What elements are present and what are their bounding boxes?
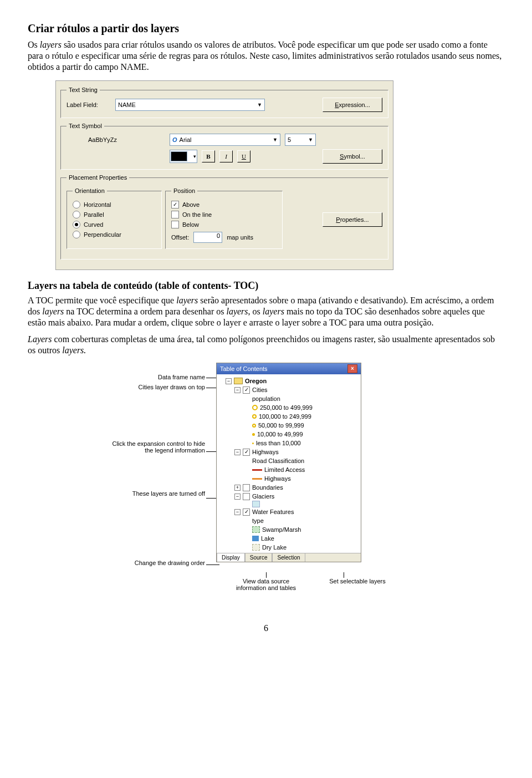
legend-item: 250,000 to 499,999 [219,403,359,412]
toc-tree: −Oregon −Cities population 250,000 to 49… [217,374,361,553]
dataframe-node[interactable]: −Oregon [219,377,359,385]
tab-selection[interactable]: Selection [272,553,305,562]
layer-glaciers[interactable]: −Glaciers [219,492,359,501]
legend-item [219,501,359,507]
position-group: Position Above On the line Below Offset:… [165,187,283,249]
annot-cities: Cities layer draws on top [111,384,205,390]
label-properties-dialog: Text String Label Field: NAME▼ Expressio… [55,80,393,270]
orientation-curved-radio[interactable]: Curved [73,221,156,228]
page-number: 6 [28,623,504,633]
legend-item: Lake [219,534,359,543]
italic-button[interactable]: I [219,150,233,162]
layer-checkbox[interactable] [243,509,250,516]
dataframe-icon [234,378,243,384]
layer-checkbox[interactable] [243,449,250,456]
font-size-combo[interactable]: 5▼ [285,134,316,146]
chevron-down-icon: ▼ [305,137,313,143]
offset-input[interactable]: 0 [193,232,222,243]
annot-viewsrc: View data source information and tables [227,578,305,591]
bold-button[interactable]: B [202,150,215,162]
orientation-parallel-radio[interactable]: Parallel [73,211,156,218]
font-icon: O [172,136,177,143]
chevron-down-icon: ▼ [254,102,262,108]
orientation-horizontal-radio[interactable]: Horizontal [73,201,156,209]
layer-checkbox[interactable] [243,484,250,491]
legend-item: Limited Access [219,465,359,474]
paragraph-1: Os layers são usados para criar rótulos … [28,39,504,73]
expression-button[interactable]: Expression... [323,98,382,112]
heading-criar-rotulos: Criar rótulos a partir dos layers [28,22,504,35]
tab-source[interactable]: Source [245,553,273,562]
color-swatch-icon [171,151,187,161]
paragraph-3: Layers com coberturas completas de uma á… [28,334,504,356]
legend-item: 100,000 to 249,999 [219,412,359,421]
layer-cities[interactable]: −Cities [219,385,359,394]
underline-button[interactable]: U [237,150,250,162]
chevron-down-icon: ▾ [190,154,196,159]
annot-dataframe: Data frame name [111,374,205,380]
font-family-combo[interactable]: O Arial▼ [170,134,280,146]
label-field-combo[interactable]: NAME▼ [115,99,265,111]
text-string-legend: Text String [66,87,100,93]
legend-item: Highways [219,474,359,483]
layer-water[interactable]: −Water Features [219,507,359,516]
legend-item: 50,000 to 99,999 [219,421,359,430]
collapse-icon[interactable]: − [234,387,241,393]
offset-label: Offset: [171,234,189,241]
legend-item: Swamp/Marsh [219,525,359,534]
annot-order: Change the drawing order [111,560,205,566]
symbol-button[interactable]: Symbol... [323,149,382,164]
annot-selectable: Set selectable layers [316,578,399,584]
orientation-group: Orientation Horizontal Parallel Curved P… [66,187,162,249]
annot-expand: Click the expansion control to hide the … [111,440,205,454]
chevron-down-icon: ▼ [269,137,278,143]
orientation-perpendicular-radio[interactable]: Perpendicular [73,231,156,238]
placement-properties-legend: Placement Properties [66,174,129,181]
position-below-check[interactable]: Below [171,221,277,228]
expand-icon[interactable]: + [234,485,241,491]
legend-item: 10,000 to 49,999 [219,430,359,439]
toc-titlebar: Table of Contents × [217,363,361,374]
font-color-combo[interactable]: ▾ [170,150,197,163]
text-string-group: Text String Label Field: NAME▼ Expressio… [60,87,388,118]
toc-tabs: Display Source Selection [217,553,361,562]
text-symbol-legend: Text Symbol [66,123,104,129]
offset-units: map units [227,234,253,241]
toc-panel: Table of Contents × −Oregon −Cities popu… [216,363,361,562]
placement-properties-button[interactable]: Properties... [323,212,382,227]
position-online-check[interactable]: On the line [171,211,277,218]
layer-checkbox[interactable] [243,387,250,394]
collapse-icon[interactable]: − [234,509,241,515]
tab-display[interactable]: Display [217,553,245,562]
legend-item: less than 10,000 [219,439,359,448]
label-field-label: Label Field: [66,101,111,108]
collapse-icon[interactable]: − [234,494,241,500]
annot-off: These layers are turned off [111,490,205,497]
heading-toc: Layers na tabela de conteúdo (table of c… [28,280,504,292]
layer-checkbox[interactable] [243,493,250,500]
layer-boundaries[interactable]: +Boundaries [219,483,359,492]
close-icon[interactable]: × [347,364,357,373]
layer-highways[interactable]: −Highways [219,448,359,456]
text-symbol-group: Text Symbol AaBbYyZz O Arial▼ 5▼ ▾ B I U… [60,123,388,170]
position-above-check[interactable]: Above [171,201,277,209]
legend-item: Dry Lake [219,543,359,552]
paragraph-2: A TOC permite que você especifique que l… [28,295,504,328]
placement-properties-group: Placement Properties Orientation Horizon… [60,174,388,260]
font-sample: AaBbYyZz [66,136,139,143]
collapse-icon[interactable]: − [234,449,241,455]
collapse-icon[interactable]: − [226,378,232,384]
